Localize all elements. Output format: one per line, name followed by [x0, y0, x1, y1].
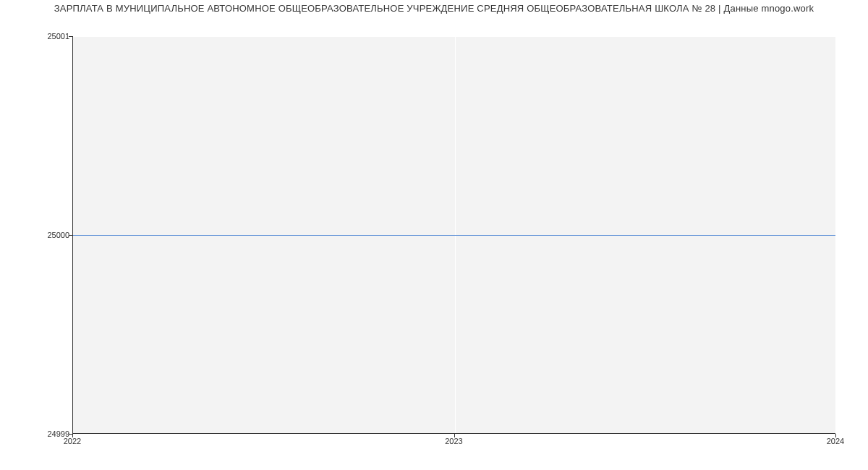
x-tick-mark: [454, 434, 455, 437]
x-tick-label: 2022: [51, 437, 94, 445]
y-tick-label: 25001: [4, 32, 69, 40]
x-tick-mark: [72, 434, 73, 437]
plot-area: [72, 36, 835, 434]
y-tick-label: 25000: [4, 231, 69, 239]
x-tick-label: 2024: [814, 437, 857, 445]
series-line-salary: [73, 235, 835, 236]
x-tick-label: 2023: [433, 437, 476, 445]
chart-title: ЗАРПЛАТА В МУНИЦИПАЛЬНОЕ АВТОНОМНОЕ ОБЩЕ…: [0, 3, 868, 14]
chart-container: ЗАРПЛАТА В МУНИЦИПАЛЬНОЕ АВТОНОМНОЕ ОБЩЕ…: [0, 0, 868, 470]
gridline-horizontal: [73, 36, 835, 37]
x-tick-mark: [835, 434, 836, 437]
